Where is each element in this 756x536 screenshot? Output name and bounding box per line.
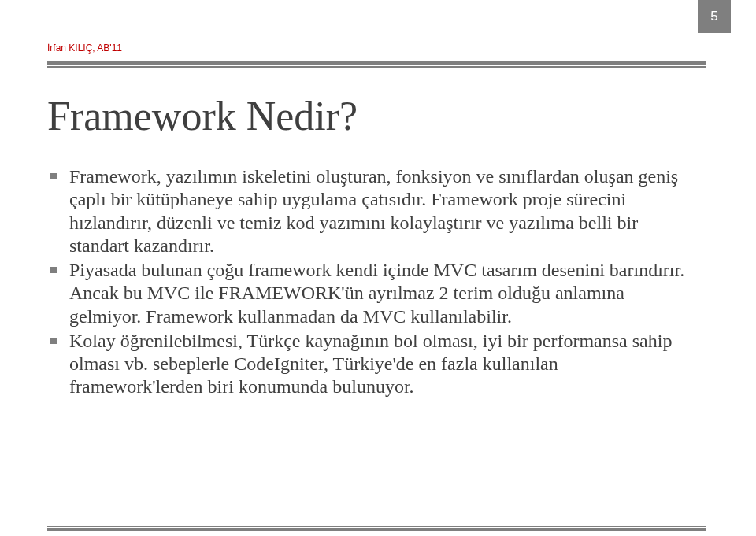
page-number-text: 5	[710, 9, 717, 24]
list-item: Piyasada bulunan çoğu framework kendi iç…	[49, 259, 695, 328]
slide-title: Framework Nedir?	[47, 93, 358, 139]
list-item: Framework, yazılımın iskeletini oluştura…	[49, 165, 695, 257]
bullet-list: Framework, yazılımın iskeletini oluştura…	[49, 165, 695, 401]
list-item: Kolay öğrenilebilmesi, Türkçe kaynağının…	[49, 330, 695, 399]
author-line: İrfan KILIÇ, AB'11	[47, 43, 709, 54]
page-number: 5	[698, 0, 731, 33]
top-divider	[47, 61, 706, 68]
bottom-divider	[47, 526, 706, 532]
